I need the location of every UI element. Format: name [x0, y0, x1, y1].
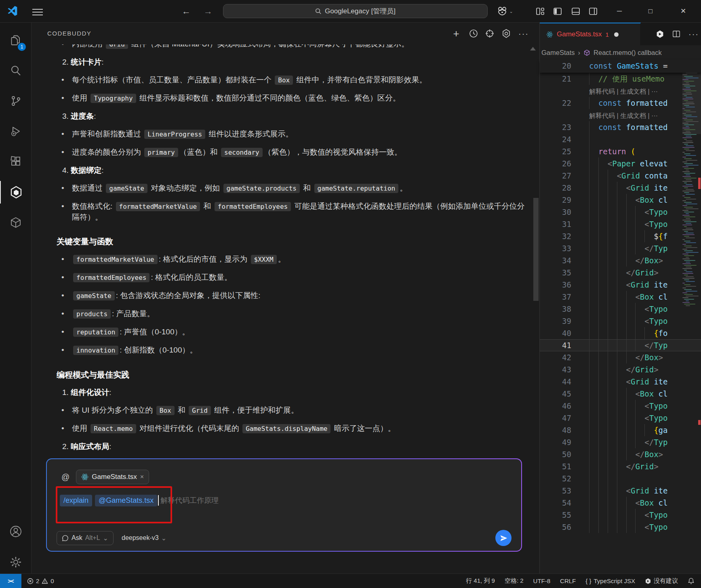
assistant-menu-button[interactable]: ⌄	[495, 5, 515, 17]
minimap-mark	[686, 82, 689, 83]
history-button[interactable]	[467, 27, 480, 40]
panel-more-button[interactable]: ···	[518, 27, 530, 40]
code-line[interactable]: 50</Box>	[540, 448, 701, 460]
back-button[interactable]: ←	[180, 6, 192, 17]
code-line[interactable]: 21// 使用 useMemo	[540, 73, 701, 85]
sidebar-item-source-control[interactable]	[0, 90, 32, 112]
codelens-row[interactable]: 解释代码 | 生成文档 | ···	[540, 109, 701, 121]
forward-button[interactable]: →	[202, 6, 214, 17]
sticky-scroll-line[interactable]: 20const GameStats =	[540, 60, 701, 73]
mention-token[interactable]: @GameStats.tsx	[95, 495, 157, 506]
language-mode[interactable]: { } TypeScript JSX	[585, 578, 635, 584]
breadcrumb-symbol[interactable]: React.memo() callback	[594, 49, 662, 57]
cursor-position[interactable]: 行 41, 列 9	[466, 577, 495, 585]
problems-status[interactable]: 2 0	[27, 578, 54, 584]
code-line[interactable]: 25return (	[540, 145, 701, 158]
customize-layout-button[interactable]	[536, 7, 545, 16]
indentation[interactable]: 空格: 2	[505, 577, 524, 585]
menu-icon[interactable]	[32, 7, 43, 16]
sidebar-item-chat-files[interactable]: 1	[0, 29, 32, 52]
code-line[interactable]: 49</Typ	[540, 436, 701, 448]
panel-block: •products: 产品数量。	[46, 309, 529, 319]
sidebar-item-extensions[interactable]	[0, 151, 32, 173]
code-line[interactable]: 51</Grid>	[540, 460, 701, 472]
toggle-primary-sidebar-button[interactable]	[553, 7, 562, 16]
toggle-secondary-sidebar-button[interactable]	[589, 7, 598, 16]
slash-command-token[interactable]: /explain	[60, 495, 92, 506]
code-line[interactable]: 54<Box cl	[540, 497, 701, 509]
send-button[interactable]	[495, 530, 512, 546]
bell-icon[interactable]	[688, 578, 695, 584]
panel-settings-button[interactable]	[500, 27, 512, 40]
split-editor-icon[interactable]	[672, 30, 680, 38]
command-center-search[interactable]: GoogleLegacy [管理员]	[223, 4, 488, 18]
code-line[interactable]: 53<Grid ite	[540, 485, 701, 497]
eol-sequence[interactable]: CRLF	[560, 578, 576, 584]
breadcrumb[interactable]: GameStats › React.memo() callback	[541, 45, 701, 60]
code-line[interactable]: 40{fo	[540, 327, 701, 339]
code-line[interactable]: 30<Typo	[540, 206, 701, 218]
bullet-icon: •	[61, 44, 64, 49]
code-line[interactable]: 26<Paper elevat	[540, 158, 701, 170]
code-line[interactable]: 44<Grid ite	[540, 376, 701, 388]
codebuddy-icon[interactable]	[656, 30, 664, 38]
code-line[interactable]: 43</Grid>	[540, 363, 701, 376]
sidebar-item-product[interactable]	[0, 211, 32, 234]
code-line[interactable]: 52	[540, 472, 701, 485]
minimap[interactable]	[682, 65, 698, 307]
at-mention-button[interactable]: @	[61, 472, 69, 482]
code-line[interactable]: 28<Grid ite	[540, 182, 701, 194]
code-line[interactable]: 22const formatted	[540, 97, 701, 109]
minimize-button[interactable]: ─	[610, 0, 629, 22]
close-button[interactable]: ✕	[674, 0, 693, 22]
codelens-row[interactable]: 解释代码 | 生成文档 | ···	[540, 85, 701, 97]
remote-indicator[interactable]: ><	[0, 574, 21, 588]
code-line[interactable]: 20const GameStats =	[540, 60, 668, 72]
tab-gamestats[interactable]: GameStats.tsx 1	[540, 23, 641, 45]
code-line[interactable]: 56<Typo	[540, 521, 701, 533]
target-button[interactable]	[484, 27, 496, 40]
code-line[interactable]: 31<Typo	[540, 218, 701, 230]
chat-input[interactable]: /explain @GameStats.tsx 解释代码工作原理	[60, 493, 512, 508]
model-selector[interactable]: deepseek-v3 ⌄	[122, 534, 166, 542]
code-line[interactable]: 55<Typo	[540, 509, 701, 521]
code-line[interactable]: 23const formatted	[540, 121, 701, 133]
code-line[interactable]: 32${f	[540, 230, 701, 242]
code-line[interactable]: 33</Typ	[540, 242, 701, 254]
indent-guide	[589, 182, 598, 194]
code-area[interactable]: 21// 使用 useMemo解释代码 | 生成文档 | ···22const …	[540, 73, 701, 573]
editor-more-button[interactable]: ···	[688, 29, 699, 39]
toggle-panel-button[interactable]	[571, 7, 580, 16]
code-line[interactable]: 35</Grid>	[540, 267, 701, 279]
code-line[interactable]: 24	[540, 133, 701, 145]
code-line[interactable]: 39<Typo	[540, 315, 701, 327]
panel-scrollbar[interactable]	[533, 198, 539, 301]
settings-button[interactable]	[0, 551, 32, 573]
minimap-mark	[684, 95, 687, 96]
maximize-button[interactable]: □	[641, 0, 660, 22]
context-file-chip[interactable]: GameStats.tsx ×	[76, 470, 149, 484]
mode-selector[interactable]: Ask Alt+L ⌄	[57, 531, 114, 545]
code-line[interactable]: 46<Typo	[540, 400, 701, 412]
new-chat-button[interactable]: +	[450, 27, 462, 40]
code-line[interactable]: 29<Box cl	[540, 194, 701, 206]
code-line[interactable]: 38<Typo	[540, 303, 701, 315]
sidebar-item-codebuddy[interactable]	[0, 181, 32, 204]
code-line[interactable]: 27<Grid conta	[540, 170, 701, 182]
code-line[interactable]: 41</Typ	[540, 339, 701, 351]
code-line[interactable]: 47<Typo	[540, 412, 701, 424]
encoding[interactable]: UTF-8	[533, 578, 551, 584]
codebuddy-suggestion-status[interactable]: 没有建议	[645, 577, 678, 585]
code-line[interactable]: 45<Box cl	[540, 388, 701, 400]
sidebar-item-run-debug[interactable]	[0, 120, 32, 143]
code-line[interactable]: 36<Grid ite	[540, 279, 701, 291]
code-line[interactable]: 42</Box>	[540, 351, 701, 363]
breadcrumb-root[interactable]: GameStats	[541, 49, 575, 57]
code-line[interactable]: 48{ga	[540, 424, 701, 436]
unsaved-dot-icon[interactable]	[614, 32, 619, 37]
account-button[interactable]	[0, 520, 32, 543]
code-line[interactable]: 34</Box>	[540, 254, 701, 267]
remove-context-icon[interactable]: ×	[140, 473, 144, 481]
code-line[interactable]: 37<Box cl	[540, 291, 701, 303]
sidebar-item-search[interactable]	[0, 59, 32, 82]
